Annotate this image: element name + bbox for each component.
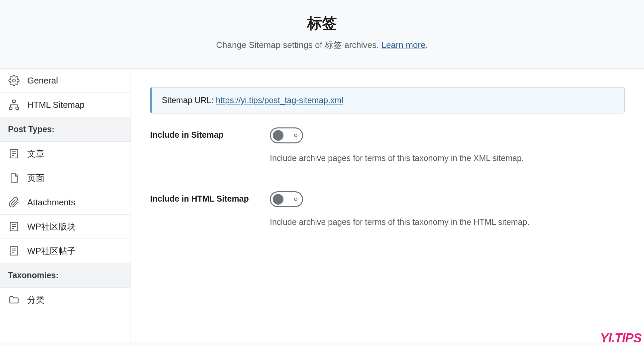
sidebar-section-post-types: Post Types: [0,117,131,142]
page-subtitle: Change Sitemap settings of 标签 archives. … [0,39,644,51]
option-help-text: Include archive pages for terms of this … [270,217,625,227]
sidebar-item-pages[interactable]: 页面 [0,166,131,190]
gear-icon [8,75,20,86]
sitemap-icon [8,99,20,111]
sidebar-item-html-sitemap[interactable]: HTML Sitemap [0,93,131,117]
option-label: Include in Sitemap [150,127,270,140]
sidebar-item-label: General [27,76,58,86]
svg-point-0 [13,79,16,82]
sidebar-item-wp-topic[interactable]: WP社区帖子 [0,239,131,263]
option-control: Include archive pages for terms of this … [270,191,625,227]
toggle-include-html-sitemap[interactable] [270,191,303,207]
option-row-include-html-sitemap: Include in HTML Sitemap Include archive … [150,177,625,241]
folder-icon [8,294,20,306]
document-icon [8,148,20,160]
subtitle-prefix: Change Sitemap settings of 标签 archives. [216,40,381,50]
sidebar-item-label: Attachments [27,197,75,208]
sidebar-item-wp-forum[interactable]: WP社区版块 [0,215,131,239]
page-title: 标签 [0,13,644,33]
sitemap-url-label: Sitemap URL: [162,95,216,105]
toggle-indicator [294,198,297,201]
toggle-indicator [294,134,297,137]
main-content: Sitemap URL: https://yi.tips/post_tag-si… [131,69,644,342]
sidebar-section-taxonomies: Taxonomies: [0,263,131,288]
watermark-text: YI.TIPS [600,331,641,345]
body-wrapper: General HTML Sitemap Post Types: 文章 页面 [0,68,644,342]
attachment-icon [8,196,20,208]
sidebar-item-category[interactable]: 分类 [0,288,131,312]
svg-rect-3 [16,107,19,109]
document-icon [8,221,20,233]
sidebar-item-label: 文章 [27,148,45,160]
svg-rect-2 [9,107,12,109]
sidebar-item-label: HTML Sitemap [27,100,84,110]
svg-rect-1 [13,100,16,102]
toggle-knob [273,194,283,205]
option-label: Include in HTML Sitemap [150,191,270,204]
page-icon [8,172,20,184]
sidebar-item-attachments[interactable]: Attachments [0,190,131,215]
sidebar-item-general[interactable]: General [0,69,131,93]
sidebar-item-label: 页面 [27,172,45,184]
option-row-include-sitemap: Include in Sitemap Include archive pages… [150,113,625,177]
option-help-text: Include archive pages for terms of this … [270,153,625,163]
sidebar-item-label: WP社区版块 [27,221,76,233]
toggle-include-sitemap[interactable] [270,127,303,143]
document-icon [8,245,20,257]
option-control: Include archive pages for terms of this … [270,127,625,163]
sidebar-item-posts[interactable]: 文章 [0,142,131,166]
subtitle-period: . [425,40,428,50]
sidebar-item-label: 分类 [27,294,45,306]
sitemap-url-box: Sitemap URL: https://yi.tips/post_tag-si… [150,87,625,113]
page-header: 标签 Change Sitemap settings of 标签 archive… [0,0,644,68]
sidebar-item-label: WP社区帖子 [27,245,76,257]
learn-more-link[interactable]: Learn more [381,40,425,50]
watermark: YI.TIPS [600,333,641,343]
sidebar: General HTML Sitemap Post Types: 文章 页面 [0,69,131,342]
toggle-knob [273,130,283,141]
sitemap-url-link[interactable]: https://yi.tips/post_tag-sitemap.xml [216,95,343,105]
